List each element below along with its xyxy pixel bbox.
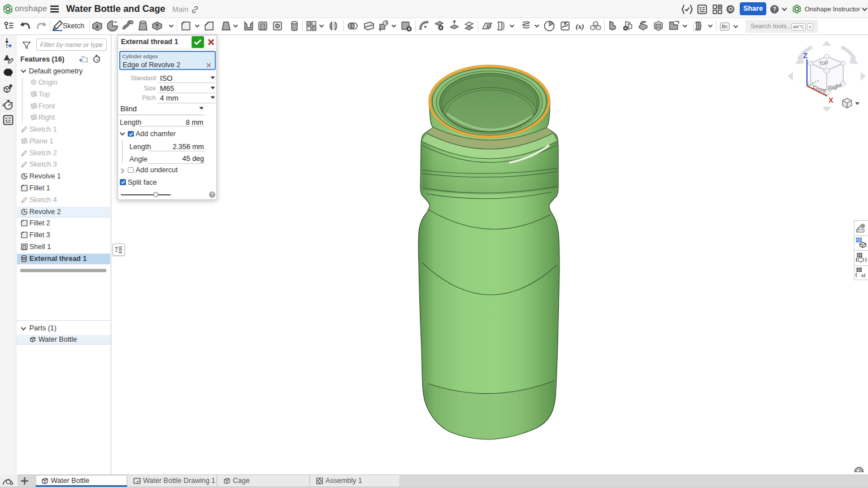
svg-text:x): x) [861, 272, 866, 278]
svg-text:(x): (x) [575, 22, 584, 30]
svg-text:X: X [828, 96, 834, 104]
svg-text:Z: Z [803, 51, 808, 60]
